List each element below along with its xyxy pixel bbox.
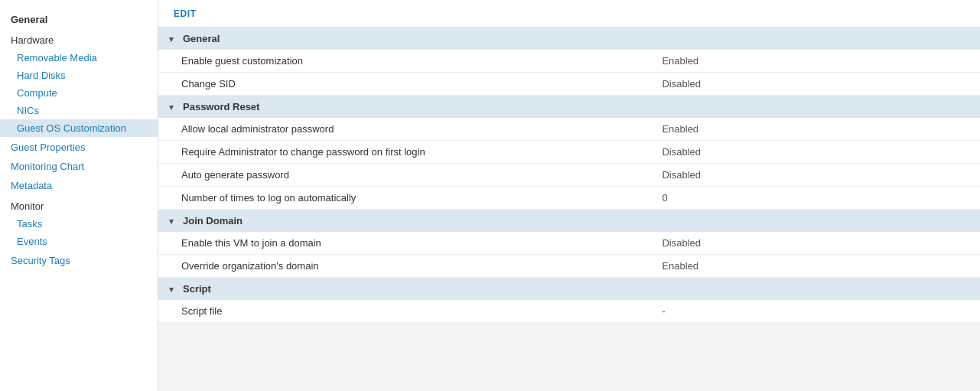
table-row: Change SID Disabled <box>158 73 980 96</box>
section-password-reset-header-row: ▾ Password Reset <box>158 96 980 119</box>
logon-times-label: Number of times to log on automatically <box>158 187 651 210</box>
section-password-reset-title: Password Reset <box>183 101 259 112</box>
table-row: Enable this VM to join a domain Disabled <box>158 232 980 255</box>
override-org-domain-value: Enabled <box>651 255 980 278</box>
require-admin-label: Require Administrator to change password… <box>158 141 651 164</box>
table-row: Auto generate password Disabled <box>158 164 980 187</box>
chevron-down-icon-password-reset[interactable]: ▾ <box>169 103 178 112</box>
change-sid-value: Disabled <box>651 73 980 96</box>
main-content: EDIT ▾ General Enable guest customizatio… <box>158 0 980 391</box>
require-admin-value: Disabled <box>651 141 980 164</box>
table-row: Allow local administrator password Enabl… <box>158 118 980 141</box>
sidebar-item-hard-disks[interactable]: Hard Disks <box>0 67 158 84</box>
change-sid-label: Change SID <box>158 73 651 96</box>
section-join-domain-title: Join Domain <box>183 215 243 226</box>
script-file-label: Script file <box>158 300 651 323</box>
sidebar-item-nics[interactable]: NICs <box>0 102 158 119</box>
chevron-down-icon-join-domain[interactable]: ▾ <box>169 217 178 226</box>
enable-vm-domain-value: Disabled <box>651 232 980 255</box>
section-join-domain-header-row: ▾ Join Domain <box>158 210 980 233</box>
config-table: ▾ General Enable guest customization Ena… <box>158 28 980 323</box>
sidebar-header-monitor: Monitor <box>0 194 158 215</box>
chevron-down-icon-script[interactable]: ▾ <box>169 285 178 294</box>
table-row: Enable guest customization Enabled <box>158 50 980 73</box>
sidebar-item-events[interactable]: Events <box>0 233 158 250</box>
sidebar-item-compute[interactable]: Compute <box>0 84 158 102</box>
sidebar-item-security-tags[interactable]: Security Tags <box>0 250 158 269</box>
enable-vm-domain-label: Enable this VM to join a domain <box>158 232 651 255</box>
script-file-value: - <box>651 300 980 323</box>
sidebar-item-monitoring-chart[interactable]: Monitoring Chart <box>0 156 158 175</box>
sidebar-item-guest-os-customization[interactable]: Guest OS Customization <box>0 119 158 137</box>
table-row: Override organization's domain Enabled <box>158 255 980 278</box>
sidebar-header-hardware: Hardware <box>0 28 158 49</box>
allow-local-admin-value: Enabled <box>651 118 980 141</box>
sidebar-item-guest-properties[interactable]: Guest Properties <box>0 137 158 156</box>
table-row: Script file - <box>158 300 980 323</box>
sidebar: General Hardware Removable Media Hard Di… <box>0 0 158 391</box>
enable-guest-value: Enabled <box>651 50 980 73</box>
edit-link[interactable]: EDIT <box>174 8 197 19</box>
enable-guest-label: Enable guest customization <box>158 50 651 73</box>
section-script-header-row: ▾ Script <box>158 278 980 301</box>
auto-generate-value: Disabled <box>651 164 980 187</box>
sidebar-item-metadata[interactable]: Metadata <box>0 175 158 194</box>
section-general-header-row: ▾ General <box>158 28 980 50</box>
edit-bar: EDIT <box>158 0 980 28</box>
sidebar-item-tasks[interactable]: Tasks <box>0 215 158 233</box>
logon-times-value: 0 <box>651 187 980 210</box>
table-row: Require Administrator to change password… <box>158 141 980 164</box>
table-row: Number of times to log on automatically … <box>158 187 980 210</box>
allow-local-admin-label: Allow local administrator password <box>158 118 651 141</box>
auto-generate-label: Auto generate password <box>158 164 651 187</box>
chevron-down-icon-general[interactable]: ▾ <box>169 34 178 44</box>
section-script-title: Script <box>183 283 211 295</box>
section-general-title: General <box>183 33 220 44</box>
sidebar-item-removable-media[interactable]: Removable Media <box>0 49 158 67</box>
sidebar-header-general: General <box>0 9 158 28</box>
override-org-domain-label: Override organization's domain <box>158 255 651 278</box>
